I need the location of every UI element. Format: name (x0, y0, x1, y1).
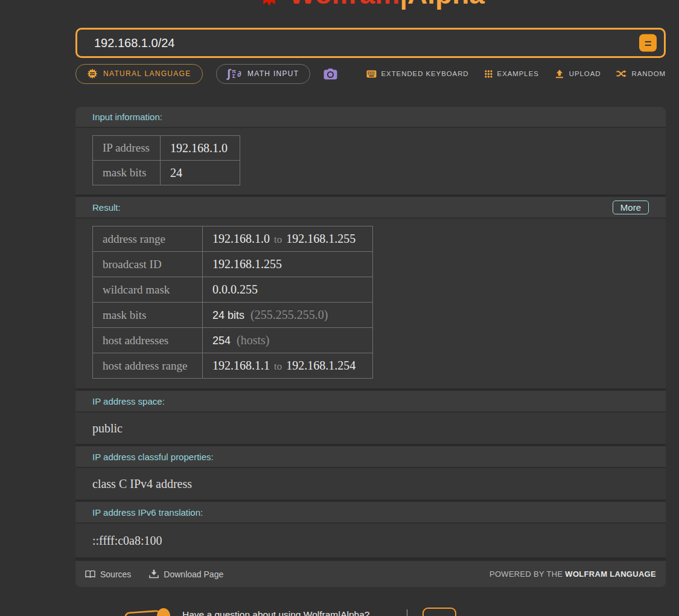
pod-title: Result: (92, 202, 121, 213)
examples-label: EXAMPLES (497, 70, 539, 77)
logo-wordmark: Wolfram|Alpha (289, 0, 485, 10)
pod-ipv6-translation: IP address IPv6 translation: ::ffff:c0a8… (75, 502, 666, 557)
powered-by-text: POWERED BY THE WOLFRAM LANGUAGE (489, 569, 656, 579)
random-label: RANDOM (631, 70, 666, 77)
natural-language-button[interactable]: NATURAL LANGUAGE (75, 64, 203, 84)
pod-result-header: Result: More (75, 197, 666, 219)
pod-title: IP address IPv6 translation: (92, 507, 203, 518)
row-label: broadcast ID (93, 252, 203, 277)
table-row: address range 192.168.1.0to192.168.1.255 (93, 226, 373, 252)
row-label: wildcard mask (93, 277, 203, 303)
row-value: 24 (161, 161, 240, 185)
pod-title: Input information: (92, 112, 162, 122)
table-row: mask bits 24 (93, 161, 240, 185)
random-button[interactable]: RANDOM (616, 70, 666, 77)
upload-label: UPLOAD (569, 70, 601, 77)
compute-button[interactable]: = (639, 34, 657, 52)
pod-title: IP address space: (92, 396, 165, 406)
row-value: 24 bits(255.255.255.0) (203, 303, 373, 328)
feedback-question-text: Have a question about using Wolfram|Alph… (182, 609, 369, 616)
table-row: mask bits 24 bits(255.255.255.0) (93, 303, 373, 328)
extended-keyboard-button[interactable]: EXTENDED KEYBOARD (366, 70, 469, 78)
keyboard-icon (366, 70, 377, 78)
results-footer: Sources Download Page POWERED BY THE WOL… (75, 560, 666, 587)
feedback-row: Have a question about using Wolfram|Alph… (0, 605, 679, 616)
extended-keyboard-label: EXTENDED KEYBOARD (381, 70, 469, 77)
sources-button[interactable]: Sources (85, 569, 131, 579)
more-button[interactable]: More (613, 201, 649, 214)
pod-ipv6-header: IP address IPv6 translation: (75, 502, 666, 524)
pod-classful-header: IP address classful properties: (75, 446, 666, 468)
pod-title: IP address classful properties: (92, 452, 214, 462)
query-input[interactable] (77, 30, 620, 56)
table-row: broadcast ID 192.168.1.255 (93, 252, 373, 277)
row-value: 192.168.1.1to192.168.1.254 (203, 353, 373, 379)
math-input-button[interactable]: ∫πΣ∂ MATH INPUT (216, 64, 311, 84)
math-input-icon: ∫πΣ∂ (228, 67, 242, 80)
input-information-table: IP address 192.168.1.0 mask bits 24 (92, 135, 240, 185)
examples-button[interactable]: EXAMPLES (485, 70, 539, 78)
wolfram-alpha-logo: Wolfram|Alpha (75, 0, 666, 11)
pod-classful-value: class C IPv4 address (75, 468, 666, 499)
table-row: wildcard mask 0.0.0.255 (93, 277, 373, 303)
row-label: host addresses (93, 328, 203, 353)
toolbar-left: NATURAL LANGUAGE ∫πΣ∂ MATH INPUT (75, 64, 337, 84)
open-book-icon (85, 570, 95, 579)
row-value: 0.0.0.255 (203, 277, 373, 303)
results-container: Input information: IP address 192.168.1.… (75, 107, 666, 587)
sun-burst-icon (87, 68, 98, 79)
toolbar: NATURAL LANGUAGE ∫πΣ∂ MATH INPUT (75, 63, 666, 84)
row-value: 192.168.1.255 (203, 252, 373, 277)
pod-ip-address-space: IP address space: public (75, 391, 666, 444)
upload-button[interactable]: UPLOAD (555, 69, 601, 79)
pod-input-information: Input information: IP address 192.168.1.… (75, 107, 666, 194)
sources-label: Sources (100, 569, 131, 579)
feedback-button[interactable] (422, 608, 456, 616)
row-value: 192.168.1.0 (161, 136, 240, 161)
upload-arrow-icon (555, 69, 564, 79)
pencil-ball-icon (124, 606, 172, 616)
row-label: address range (93, 226, 203, 252)
pod-ip-space-header: IP address space: (75, 391, 666, 412)
camera-button[interactable] (324, 68, 337, 80)
row-label: host address range (93, 353, 203, 379)
download-icon (149, 569, 159, 579)
search-bar: = (75, 28, 666, 58)
divider (407, 609, 407, 616)
row-value: 254(hosts) (203, 328, 373, 353)
row-value: 192.168.1.0to192.168.1.255 (203, 226, 373, 252)
download-page-button[interactable]: Download Page (149, 569, 223, 579)
table-row: IP address 192.168.1.0 (93, 136, 240, 161)
spikey-logo-icon (257, 0, 282, 7)
footer-links: Sources Download Page (85, 569, 223, 579)
natural-language-label: NATURAL LANGUAGE (103, 69, 191, 78)
pod-classful-properties: IP address classful properties: class C … (75, 446, 666, 499)
result-table: address range 192.168.1.0to192.168.1.255… (92, 226, 373, 379)
pod-ip-space-value: public (75, 412, 666, 444)
dots-grid-icon (485, 70, 493, 78)
table-row: host address range 192.168.1.1to192.168.… (93, 353, 373, 379)
pod-ipv6-value: ::ffff:c0a8:100 (75, 524, 666, 557)
math-input-label: MATH INPUT (247, 69, 299, 78)
camera-icon (324, 68, 337, 80)
row-label: IP address (93, 136, 161, 161)
pod-result-body: address range 192.168.1.0to192.168.1.255… (75, 219, 666, 388)
wolfram-language-brand: WOLFRAM LANGUAGE (565, 569, 656, 579)
row-label: mask bits (93, 161, 161, 185)
download-page-label: Download Page (164, 569, 223, 579)
toolbar-right: EXTENDED KEYBOARD EXAMPLES UPLOAD (366, 69, 666, 79)
pod-result: Result: More address range 192.168.1.0to… (75, 197, 666, 388)
shuffle-icon (616, 70, 626, 77)
pod-input-information-header: Input information: (75, 107, 666, 128)
table-row: host addresses 254(hosts) (93, 328, 373, 353)
row-label: mask bits (93, 303, 203, 328)
pod-input-information-body: IP address 192.168.1.0 mask bits 24 (75, 128, 666, 194)
